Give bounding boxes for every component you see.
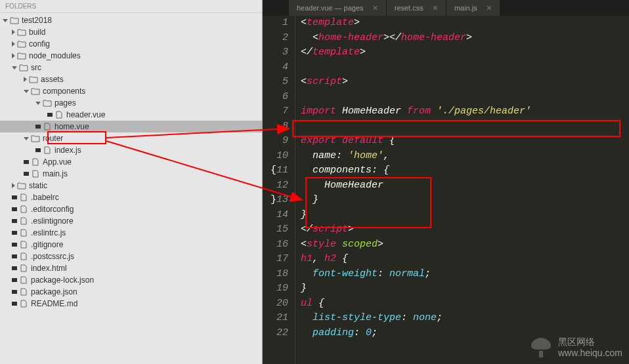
file-icon <box>19 253 28 260</box>
tree-file-postcssrc[interactable]: .postcssrc.js <box>0 251 262 262</box>
tab-label: reset.css <box>395 4 423 12</box>
tree-file-app-vue[interactable]: App.vue <box>0 156 262 168</box>
tree-file-index-html[interactable]: index.html <box>0 262 262 274</box>
tree-label: components <box>43 87 85 96</box>
tree-folder-pages[interactable]: pages <box>0 97 262 109</box>
mushroom-icon <box>528 334 554 361</box>
tree-label: config <box>29 39 50 49</box>
tree-folder-assets[interactable]: assets <box>0 73 262 85</box>
tree-folder-node-modules[interactable]: node_modules <box>0 50 262 62</box>
gutter: 12345678910{1112}13141516171819202122 <box>263 16 295 364</box>
close-icon[interactable]: × <box>373 3 378 13</box>
file-icon <box>19 300 28 308</box>
close-icon[interactable]: × <box>487 3 492 13</box>
folder-icon <box>17 40 26 48</box>
close-icon[interactable]: × <box>433 3 438 13</box>
chevron-down-icon <box>35 102 41 105</box>
file-icon <box>19 193 28 201</box>
chevron-down-icon <box>24 90 29 93</box>
folder-icon <box>31 134 40 142</box>
chevron-right-icon <box>12 41 15 47</box>
tree-label: test2018 <box>22 16 52 25</box>
tree-label: node_modules <box>29 51 81 60</box>
tree-folder-build[interactable]: build <box>0 26 262 38</box>
tree-file-eslintignore[interactable]: .eslintignore <box>0 215 262 227</box>
watermark-title: 黑区网络 <box>558 336 622 348</box>
tree-folder-components[interactable]: components <box>0 85 262 97</box>
file-icon <box>43 146 52 154</box>
tree-folder-root[interactable]: test2018 <box>0 14 262 26</box>
tree-label: package.json <box>31 287 77 296</box>
folder-icon <box>31 87 40 95</box>
tree-label: App.vue <box>43 157 72 167</box>
file-icon <box>54 111 64 119</box>
code-area[interactable]: 12345678910{1112}13141516171819202122 <t… <box>263 16 629 364</box>
tab-label: main.js <box>454 4 477 12</box>
folder-icon <box>19 64 28 71</box>
file-icon <box>19 264 28 272</box>
tree-label: package-lock.json <box>31 275 94 285</box>
folder-icon <box>17 182 26 190</box>
tree-file-gitignore[interactable]: .gitignore <box>0 239 262 251</box>
editor: header.vue — pages× reset.css× main.js× … <box>263 0 629 364</box>
file-icon <box>19 276 28 284</box>
tree-folder-config[interactable]: config <box>0 38 262 50</box>
tree-file-main-js[interactable]: main.js <box>0 168 262 180</box>
tree-label: .gitignore <box>31 240 63 249</box>
tree-folder-static[interactable]: static <box>0 180 262 192</box>
tree-label: build <box>29 28 45 37</box>
tree-file-eslintrc[interactable]: .eslintrc.js <box>0 227 262 239</box>
tree-label: .editorconfig <box>31 205 74 214</box>
tree-file-index-js[interactable]: index.js <box>0 144 262 156</box>
file-icon <box>31 170 40 178</box>
tree-file-readme[interactable]: README.md <box>0 298 262 310</box>
chevron-down-icon <box>24 137 29 140</box>
tree-label: header.vue <box>66 110 105 119</box>
tree-file-header-vue[interactable]: header.vue <box>0 109 262 121</box>
tree-label: home.vue <box>54 122 89 131</box>
tree-folder-router[interactable]: router <box>0 132 262 144</box>
tree-file-home-vue[interactable]: home.vue <box>0 121 262 132</box>
chevron-right-icon <box>12 30 15 35</box>
folder-icon <box>10 16 19 24</box>
tree-file-babelrc[interactable]: .babelrc <box>0 192 262 203</box>
folders-header: FOLDERS <box>0 0 262 13</box>
tree-label: .postcssrc.js <box>31 252 74 261</box>
tab-main-js[interactable]: main.js× <box>446 0 500 16</box>
sidebar: FOLDERS test2018 build config node_modul… <box>0 0 263 364</box>
tree-file-package-json[interactable]: package.json <box>0 286 262 298</box>
file-icon <box>19 288 28 296</box>
tree-file-editorconfig[interactable]: .editorconfig <box>0 203 262 215</box>
tree-folder-src[interactable]: src <box>0 62 262 73</box>
file-tree: test2018 build config node_modules src a… <box>0 13 262 311</box>
tree-label: index.js <box>54 146 81 155</box>
folder-icon <box>17 28 26 36</box>
chevron-right-icon <box>12 53 15 58</box>
chevron-down-icon <box>12 66 17 70</box>
tree-label: assets <box>41 75 64 84</box>
folder-icon <box>29 75 38 83</box>
file-icon <box>19 229 28 237</box>
tree-label: index.html <box>31 264 67 273</box>
watermark: 黑区网络 www.heiqu.com <box>528 334 622 361</box>
folder-icon <box>43 99 52 107</box>
tree-label: pages <box>54 98 76 108</box>
tree-label: .babelrc <box>31 193 59 202</box>
tree-file-package-lock[interactable]: package-lock.json <box>0 274 262 286</box>
chevron-down-icon <box>3 19 8 22</box>
watermark-url: www.heiqu.com <box>558 348 622 359</box>
tree-label: README.md <box>31 299 77 308</box>
folder-icon <box>17 52 26 60</box>
chevron-right-icon <box>24 77 27 82</box>
file-icon <box>19 205 28 213</box>
tree-label: static <box>29 181 47 190</box>
tree-label: main.js <box>43 169 68 178</box>
tree-label: .eslintignore <box>31 216 74 226</box>
tree-label: src <box>31 63 41 72</box>
tab-header-vue[interactable]: header.vue — pages× <box>289 0 387 16</box>
tab-reset-css[interactable]: reset.css× <box>387 0 446 16</box>
file-icon <box>43 123 52 131</box>
code-content[interactable]: <template> <home-header></home-header> <… <box>295 16 629 364</box>
file-icon <box>19 241 28 249</box>
tab-bar: header.vue — pages× reset.css× main.js× <box>263 0 629 16</box>
